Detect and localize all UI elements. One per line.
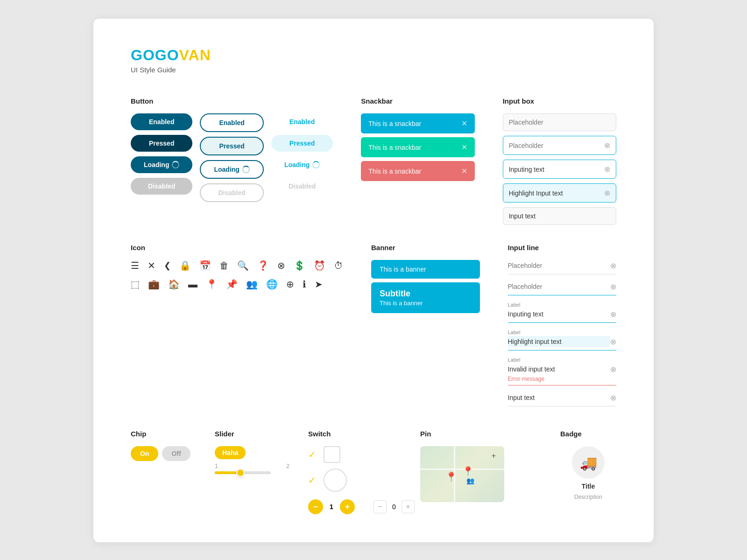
input-box-focused-text-field[interactable] xyxy=(509,166,604,173)
clear-icon-3[interactable]: ⊗ xyxy=(604,189,610,197)
filled-pressed-button[interactable]: Pressed xyxy=(131,135,192,152)
switch-toggle[interactable] xyxy=(324,469,347,492)
input-line-normal-2: ⊗ xyxy=(508,392,617,406)
clock-icon[interactable]: ⏰ xyxy=(314,260,325,271)
slider-track[interactable] xyxy=(215,471,271,474)
text-buttons: Enabled Pressed Loading Disabled xyxy=(271,113,333,202)
pin-title: Pin xyxy=(420,430,542,438)
briefcase-icon[interactable]: 💼 xyxy=(148,279,160,290)
timer-icon[interactable]: ⏱ xyxy=(334,260,343,271)
switch-section: Switch ✓ ✓ − 1 + − 0 + xyxy=(308,430,402,514)
switch-check-2[interactable]: ✓ xyxy=(308,475,316,486)
bottom-section: Chip On Off Slider Haha 1 2 Switch ✓ xyxy=(131,430,616,514)
input-line-inputing-label: Label xyxy=(508,302,617,308)
input-box-normal-text-field[interactable] xyxy=(509,212,610,220)
arrow-icon[interactable]: ➤ xyxy=(315,279,323,290)
logo-gogo: GOGO xyxy=(131,47,179,64)
input-box-highlighted-field[interactable] xyxy=(509,189,604,197)
page-subtitle: UI Style Guide xyxy=(131,66,616,74)
input-line-normal-field[interactable] xyxy=(508,260,611,271)
pin-red[interactable]: 📍 xyxy=(445,471,457,483)
outline-disabled-button: Disabled xyxy=(200,183,263,202)
add-circle-icon[interactable]: ⊕ xyxy=(286,279,294,290)
location-icon[interactable]: 📍 xyxy=(206,279,218,290)
outline-loading-label: Loading xyxy=(214,166,239,173)
input-line-clear-4[interactable]: ⊗ xyxy=(610,337,616,346)
input-line-clear-2[interactable]: ⊗ xyxy=(610,282,616,291)
icon-section: Icon ☰ ✕ ❮ 🔒 📅 🗑 🔍 ❓ ⊗ 💲 ⏰ ⏱ ⬚ xyxy=(131,244,343,406)
error-message: Error message xyxy=(508,376,617,382)
input-line-highlighted-field[interactable] xyxy=(508,336,611,347)
back-icon[interactable]: ❮ xyxy=(164,260,171,271)
menu-icon[interactable]: ☰ xyxy=(131,260,139,271)
text-pressed-button[interactable]: Pressed xyxy=(271,135,333,152)
banner-section-title: Banner xyxy=(371,244,480,252)
filled-loading-button[interactable]: Loading xyxy=(131,156,192,173)
pin-people[interactable]: 👥 xyxy=(466,477,474,484)
card-icon[interactable]: ▬ xyxy=(188,279,197,290)
help-icon[interactable]: ❓ xyxy=(257,260,269,271)
button-section: Button Enabled Pressed Loading Disabled … xyxy=(131,97,333,225)
input-box-normal-field[interactable] xyxy=(509,119,610,126)
input-line-focused-field[interactable] xyxy=(508,281,611,292)
slider-section: Slider Haha 1 2 xyxy=(215,430,289,474)
input-line-highlighted-label: Label xyxy=(508,329,617,335)
counter-plus[interactable]: + xyxy=(340,499,355,514)
text-loading-button[interactable]: Loading xyxy=(271,156,333,173)
icons-grid: ☰ ✕ ❮ 🔒 📅 🗑 🔍 ❓ ⊗ 💲 ⏰ ⏱ ⬚ 💼 🏠 xyxy=(131,260,343,290)
chip-off[interactable]: Off xyxy=(162,446,190,461)
spinner-icon xyxy=(172,161,179,168)
filled-enabled-button[interactable]: Enabled xyxy=(131,113,192,130)
lock-icon[interactable]: 🔒 xyxy=(179,260,191,271)
search-icon[interactable]: 🔍 xyxy=(237,260,249,271)
input-line-highlighted: Label ⊗ xyxy=(508,329,617,350)
outline-pressed-button[interactable]: Pressed xyxy=(200,137,263,155)
input-line-clear-3[interactable]: ⊗ xyxy=(610,310,616,319)
info-icon[interactable]: ℹ xyxy=(303,279,306,290)
home-icon[interactable]: 🏠 xyxy=(168,279,180,290)
input-box-focused-empty-field[interactable] xyxy=(509,142,604,149)
banner-complex-title: Subtitle xyxy=(380,289,472,299)
input-line-clear-1[interactable]: ⊗ xyxy=(610,261,616,270)
filled-disabled-button: Disabled xyxy=(131,178,192,195)
slider-thumb[interactable] xyxy=(236,469,245,477)
pin-blue[interactable]: 📍 xyxy=(462,466,474,477)
counter2-minus[interactable]: − xyxy=(374,500,387,513)
input-line-clear-6[interactable]: ⊗ xyxy=(610,393,616,402)
pin-plus-icon[interactable]: + xyxy=(492,452,496,460)
counter-minus[interactable]: − xyxy=(308,499,323,514)
network-icon[interactable]: 🌐 xyxy=(266,279,278,290)
trash-icon[interactable]: 🗑 xyxy=(219,260,229,271)
banner-simple-text: This is a banner xyxy=(380,266,426,273)
counter2-plus[interactable]: + xyxy=(402,500,415,513)
input-box-fields: ⊗ ⊗ ⊗ xyxy=(503,113,616,225)
outline-loading-button[interactable]: Loading xyxy=(200,160,263,179)
input-line-fields: ⊗ ⊗ Label ⊗ xyxy=(508,260,617,406)
clear-icon-1[interactable]: ⊗ xyxy=(604,141,610,150)
input-line-clear-5[interactable]: ⊗ xyxy=(610,365,616,374)
text-enabled-button[interactable]: Enabled xyxy=(271,113,333,130)
snackbar-pink-close[interactable]: ✕ xyxy=(461,167,467,175)
chip-on[interactable]: On xyxy=(131,446,158,461)
switch-box-1[interactable] xyxy=(324,446,340,463)
slider-min: 1 xyxy=(215,463,218,469)
badge-icon: 🚚 xyxy=(572,446,605,479)
outline-buttons: Enabled Pressed Loading Disabled xyxy=(200,113,263,202)
users-icon[interactable]: 👥 xyxy=(246,279,258,290)
close-icon[interactable]: ✕ xyxy=(148,260,155,271)
outline-enabled-button[interactable]: Enabled xyxy=(200,113,263,132)
switch-check-1[interactable]: ✓ xyxy=(308,449,316,460)
clear-icon-2[interactable]: ⊗ xyxy=(604,165,610,174)
button-section-title: Button xyxy=(131,97,333,105)
input-line-normal-2-field[interactable] xyxy=(508,392,611,403)
calendar-icon[interactable]: 📅 xyxy=(199,260,211,271)
pin-icon[interactable]: 📌 xyxy=(226,279,238,290)
exit-icon[interactable]: ⬚ xyxy=(131,279,140,290)
dollar-icon[interactable]: 💲 xyxy=(294,260,305,271)
snackbar-teal-close[interactable]: ✕ xyxy=(461,143,467,152)
input-line-error-field[interactable] xyxy=(508,364,611,375)
input-line-inputing-field[interactable] xyxy=(508,308,611,320)
snackbar-blue-close[interactable]: ✕ xyxy=(461,119,467,128)
cancel-circle-icon[interactable]: ⊗ xyxy=(277,260,285,271)
badge-item-desc: Description xyxy=(574,494,602,500)
